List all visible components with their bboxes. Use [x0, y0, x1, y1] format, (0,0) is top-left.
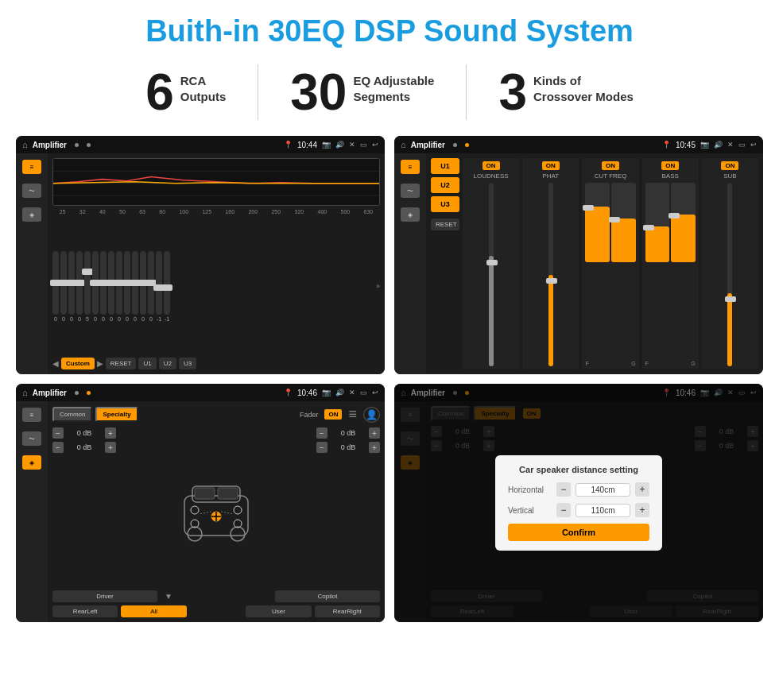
battery-icon-2: ▭	[738, 141, 746, 149]
fader-main: Common Specialty Fader ON ≡ 👤 − 0 dB +	[48, 401, 385, 622]
eq-main-content: 25 32 40 50 63 80 100 125 160 200 250 32…	[48, 153, 385, 374]
vertical-plus-btn[interactable]: +	[635, 503, 649, 517]
bass-label: BASS	[662, 172, 679, 180]
cutfreq-slider-g[interactable]	[611, 183, 636, 262]
fader-nav-vol[interactable]: ◈	[22, 455, 41, 470]
right-db2-plus[interactable]: +	[369, 442, 380, 453]
eq-u2-btn[interactable]: U2	[159, 358, 176, 369]
camera-icon-2: 📷	[700, 141, 709, 149]
right-db2-minus[interactable]: −	[316, 442, 327, 453]
fader-body: ≡ 〜 ◈ Common Specialty Fader ON ≡ 👤	[16, 401, 385, 622]
crossover-nav-eq[interactable]: ≡	[401, 160, 420, 174]
common-tab-btn[interactable]: Common	[52, 407, 92, 422]
eq-u1-btn[interactable]: U1	[138, 358, 156, 369]
specialty-tab-btn[interactable]: Specialty	[95, 407, 138, 422]
eq-sliders: 0 0 0 0 5	[52, 218, 380, 354]
stat-number-eq: 30	[290, 67, 347, 118]
horizontal-minus-btn[interactable]: −	[556, 482, 571, 497]
loudness-slider[interactable]	[489, 183, 494, 366]
driver-btn[interactable]: Driver	[52, 590, 157, 602]
x-icon-2: ✕	[727, 141, 734, 149]
eq-status-bar: ⌂ Amplifier 📍 10:44 📷 🔊 ✕ ▭ ↩	[16, 136, 385, 153]
fader-left-col: − 0 dB + − 0 dB +	[52, 427, 116, 587]
rearleft-btn[interactable]: RearLeft	[52, 605, 118, 617]
fader-right-db1: − 0 dB +	[316, 427, 380, 439]
eq-time: 10:44	[297, 141, 317, 149]
u2-button[interactable]: U2	[431, 177, 459, 193]
camera-icon-3: 📷	[322, 389, 331, 396]
fader-on-btn[interactable]: ON	[324, 409, 342, 420]
horizontal-plus-btn[interactable]: +	[635, 482, 649, 497]
cutfreq-on-btn[interactable]: ON	[602, 161, 619, 170]
fader-nav-eq[interactable]: ≡	[22, 408, 41, 422]
eq-graph	[52, 158, 380, 206]
cutfreq-slider-f[interactable]	[585, 183, 610, 262]
confirm-button[interactable]: Confirm	[508, 524, 649, 541]
left-db1-minus[interactable]: −	[52, 427, 64, 439]
fader-nav-wave[interactable]: 〜	[22, 431, 41, 446]
eq-nav-wave[interactable]: 〜	[22, 184, 41, 198]
user-btn[interactable]: User	[246, 605, 311, 617]
left-db2-plus[interactable]: +	[105, 442, 116, 453]
eq-bottom-bar: ◀ Custom ▶ RESET U1 U2 U3	[52, 358, 380, 369]
sub-on-btn[interactable]: ON	[721, 161, 738, 170]
fader-dot1	[75, 391, 79, 395]
sub-channel: ON SUB	[702, 158, 758, 369]
back-icon-2: ↩	[750, 141, 757, 149]
crossover-screen: ⌂ Amplifier 📍 10:45 📷 🔊 ✕ ▭ ↩ ≡ 〜 ◈ U1 U…	[394, 136, 763, 374]
x-icon-3: ✕	[349, 389, 355, 396]
home-icon-2: ⌂	[401, 140, 406, 149]
eq-slider-14[interactable]	[156, 251, 162, 315]
svg-rect-7	[218, 488, 238, 499]
bass-slider-f[interactable]	[645, 183, 670, 262]
crossover-body: ≡ 〜 ◈ U1 U2 U3 RESET ON LOUDNESS	[394, 153, 763, 374]
fader-dot2	[87, 391, 91, 395]
bass-slider-g[interactable]	[671, 183, 696, 262]
eq-custom-btn[interactable]: Custom	[61, 358, 95, 369]
crossover-nav-vol[interactable]: ◈	[401, 207, 420, 222]
sub-slider[interactable]	[727, 183, 732, 366]
stat-crossover: 3 Kinds of Crossover Modes	[467, 67, 665, 118]
eq-dot1	[75, 143, 79, 147]
svg-rect-6	[195, 488, 215, 499]
right-db1-minus[interactable]: −	[316, 427, 327, 439]
copilot-btn[interactable]: Copilot	[275, 590, 380, 602]
loudness-on-btn[interactable]: ON	[483, 161, 500, 170]
prev-arrow[interactable]: ◀	[52, 359, 59, 368]
fader-slider-h[interactable]: ≡	[348, 406, 357, 423]
u1-button[interactable]: U1	[431, 158, 459, 174]
left-db1-plus[interactable]: +	[105, 427, 116, 439]
x-icon: ✕	[349, 141, 355, 149]
dialog-box-title: Car speaker distance setting	[508, 465, 649, 474]
next-arrow[interactable]: ▶	[97, 359, 103, 368]
u3-button[interactable]: U3	[431, 196, 459, 212]
eq-u3-btn[interactable]: U3	[179, 358, 196, 369]
phat-on-btn[interactable]: ON	[542, 161, 560, 170]
down-arrow-icon: ▼	[161, 590, 176, 602]
right-db1-plus[interactable]: +	[369, 427, 380, 439]
eq-slider-13[interactable]	[148, 251, 154, 315]
eq-nav-eq[interactable]: ≡	[22, 160, 41, 174]
profile-icon[interactable]: 👤	[363, 407, 380, 423]
eq-slider-col-9: 0	[116, 251, 122, 322]
crossover-nav-wave[interactable]: 〜	[401, 184, 420, 198]
eq-slider-4[interactable]	[76, 251, 83, 315]
bass-on-btn[interactable]: ON	[661, 161, 679, 170]
eq-slider-col-7: 0	[100, 251, 107, 322]
left-db2-minus[interactable]: −	[52, 442, 64, 453]
rearright-btn[interactable]: RearRight	[315, 605, 380, 617]
eq-reset-btn[interactable]: RESET	[106, 358, 137, 369]
vertical-minus-btn[interactable]: −	[556, 503, 571, 517]
eq-nav-vol[interactable]: ◈	[22, 207, 41, 222]
cutfreq-label: CUT FREQ	[595, 172, 627, 180]
crossover-reset-btn[interactable]: RESET	[431, 219, 459, 230]
phat-slider[interactable]	[548, 183, 553, 366]
fader-body-content: − 0 dB + − 0 dB +	[52, 427, 380, 587]
location-icon-2: 📍	[662, 141, 671, 149]
all-btn[interactable]: All	[121, 605, 186, 617]
eq-screen: ⌂ Amplifier 📍 10:44 📷 🔊 ✕ ▭ ↩ ≡ 〜 ◈	[16, 136, 385, 374]
dialog-overlay: Car speaker distance setting Horizontal …	[394, 384, 763, 622]
screenshots-grid: ⌂ Amplifier 📍 10:44 📷 🔊 ✕ ▭ ↩ ≡ 〜 ◈	[0, 136, 779, 622]
vertical-row: Vertical − 110cm +	[508, 503, 649, 517]
eq-slider-15[interactable]	[164, 251, 170, 315]
